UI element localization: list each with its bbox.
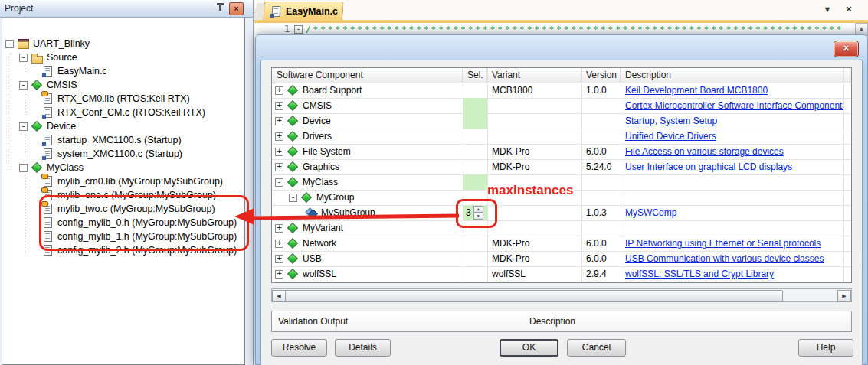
tab-easymain[interactable]: EasyMain.c	[263, 2, 344, 20]
variant-cell: MDK-Pro	[487, 144, 581, 159]
table-column-line	[843, 68, 844, 282]
column-header-sel-[interactable]: Sel.	[463, 68, 487, 83]
tree-item[interactable]: -CMSIS	[2, 78, 77, 92]
tree-item[interactable]: -Source	[2, 51, 77, 64]
tree-item[interactable]: -Device	[2, 119, 76, 133]
table-row[interactable]: MySubGroup3▲▼1.0.3MySWComp	[272, 205, 851, 221]
component-expand-toggle[interactable]: +	[275, 270, 283, 279]
tree-item[interactable]: config_mylib_2.h (MyGroup:MySubGroup)	[2, 243, 237, 257]
table-row[interactable]: -MyGroup	[272, 190, 851, 206]
description-link[interactable]: Startup, System Setup	[625, 116, 717, 126]
diamond-icon	[287, 116, 299, 126]
tree-expand-toggle[interactable]: -	[19, 81, 28, 90]
column-header-description[interactable]: Description	[621, 68, 843, 83]
tree-item[interactable]: system_XMC1100.c (Startup)	[2, 147, 182, 161]
component-expand-toggle[interactable]: +	[275, 224, 283, 233]
component-expand-toggle[interactable]: +	[275, 163, 283, 171]
spinner-down-icon[interactable]: ▼	[473, 213, 483, 220]
table-horizontal-scrollbar[interactable]: ◀ ▶	[271, 288, 852, 302]
tree-item[interactable]: startup_XMC1100.s (Startup)	[2, 133, 182, 147]
table-row[interactable]: -MyClass	[272, 174, 851, 191]
maxinstances-spinner[interactable]: ▲▼	[473, 206, 483, 220]
description-link[interactable]: wolfSSL: SSL/TLS and Crypt Library	[625, 269, 774, 279]
scroll-left-icon[interactable]: ◀	[272, 290, 286, 302]
variant-cell	[487, 190, 581, 205]
column-header-version[interactable]: Version	[581, 68, 621, 83]
file-icon	[42, 135, 54, 145]
table-row[interactable]: +GraphicsMDK-Pro5.24.0User Interface on …	[272, 159, 851, 175]
table-row[interactable]: +MyVariant	[272, 220, 851, 236]
table-row[interactable]: +CMSISCortex Microcontroller Software In…	[272, 98, 851, 114]
component-expand-toggle[interactable]: +	[275, 117, 283, 125]
details-button[interactable]: Details	[335, 339, 391, 357]
description-link[interactable]: User Interface on graphical LCD displays	[625, 161, 792, 172]
tree-item[interactable]: config_mylib_1.h (MyGroup:MySubGroup)	[2, 230, 237, 243]
component-expand-toggle[interactable]: -	[289, 194, 297, 202]
description-link[interactable]: IP Networking using Ethernet or Serial p…	[625, 238, 821, 249]
ok-button[interactable]: OK	[500, 339, 558, 357]
scrollbar-thumb[interactable]	[285, 290, 783, 302]
spinner-up-icon[interactable]: ▲	[473, 206, 483, 213]
component-expand-toggle[interactable]: +	[275, 240, 283, 248]
tree-expand-toggle[interactable]: -	[19, 122, 28, 131]
table-row[interactable]: +File SystemMDK-Pro6.0.0File Access on v…	[272, 144, 851, 160]
component-expand-toggle[interactable]: +	[275, 102, 283, 110]
tree-expand-toggle[interactable]: -	[5, 40, 14, 48]
cancel-button[interactable]: Cancel	[567, 339, 626, 357]
component-expand-toggle[interactable]: +	[275, 255, 283, 263]
help-button[interactable]: Help	[798, 339, 853, 357]
table-column-line	[581, 68, 582, 282]
tree-item[interactable]: mylib_one.c (MyGroup:MySubGroup)	[2, 188, 216, 202]
version-cell	[581, 98, 621, 113]
description-link[interactable]: Unified Device Drivers	[625, 131, 716, 142]
tree-expand-toggle[interactable]: -	[19, 54, 28, 62]
tree-item[interactable]: mylib_two.c (MyGroup:MySubGroup)	[2, 202, 215, 216]
editor-close-icon[interactable]: ×	[843, 4, 855, 15]
diamond-icon	[287, 131, 299, 142]
project-close-icon[interactable]: ×	[229, 2, 244, 15]
component-expand-toggle[interactable]: +	[275, 132, 283, 141]
table-row[interactable]: +DeviceStartup, System Setup	[272, 113, 851, 129]
description-link[interactable]: Cortex Microcontroller Software Interfac…	[625, 100, 843, 111]
resolve-button[interactable]: Resolve	[271, 339, 327, 357]
tree-expand-toggle[interactable]: -	[19, 164, 28, 172]
table-row[interactable]: +Board SupportMCB18001.0.0Keil Developme…	[272, 83, 851, 99]
sel-cell	[463, 174, 487, 190]
tree-item[interactable]: -UART_Blinky	[2, 37, 90, 51]
component-expand-toggle[interactable]: -	[275, 178, 283, 187]
component-cell: +Network	[272, 236, 463, 251]
description-link[interactable]: USB Communication with various device cl…	[625, 253, 824, 264]
component-expand-toggle[interactable]: +	[275, 86, 283, 95]
table-row[interactable]: +DriversUnified Device Drivers	[272, 129, 851, 145]
tree-item[interactable]: -MyClass	[2, 161, 84, 174]
tab-list-dropdown-icon[interactable]: ▼	[821, 4, 834, 15]
tree-item[interactable]: EasyMain.c	[2, 64, 107, 78]
sel-cell[interactable]: 3▲▼	[463, 205, 487, 220]
scroll-right-icon[interactable]: ▶	[837, 290, 851, 302]
description-cell	[621, 220, 843, 236]
tree-item[interactable]: config_mylib_0.h (MyGroup:MySubGroup)	[2, 216, 237, 230]
column-header-software-component[interactable]: Software Component	[272, 68, 463, 83]
description-link[interactable]: MySWComp	[625, 207, 676, 218]
diamond-icon	[301, 192, 313, 203]
tree-item[interactable]: RTX_Conf_CM.c (RTOS:Keil RTX)	[2, 106, 205, 119]
tree-item-label: mylib_cm0.lib (MyGroup:MySubGroup)	[54, 176, 223, 187]
column-header-variant[interactable]: Variant	[487, 68, 581, 83]
diamond-icon	[31, 121, 43, 132]
description-cell: Unified Device Drivers	[621, 129, 843, 144]
variant-cell: wolfSSL	[487, 266, 581, 282]
table-row[interactable]: +wolfSSLwolfSSL2.9.4wolfSSL: SSL/TLS and…	[272, 266, 851, 282]
table-row[interactable]: +NetworkMDK-Pro6.0.0IP Networking using …	[272, 236, 851, 252]
table-row[interactable]: +USBMDK-Pro6.0.0USB Communication with v…	[272, 251, 851, 267]
component-cell: -MyGroup	[272, 190, 463, 205]
tree-item[interactable]: RTX_CM0.lib (RTOS:Keil RTX)	[2, 92, 190, 106]
diamond-icon	[287, 146, 299, 157]
description-link[interactable]: Keil Development Board MCB1800	[625, 85, 768, 96]
component-cell: -MyClass	[272, 174, 463, 190]
tree-item[interactable]: mylib_cm0.lib (MyGroup:MySubGroup)	[2, 174, 223, 188]
pin-icon[interactable]	[214, 2, 227, 14]
component-expand-toggle[interactable]: +	[275, 148, 283, 156]
description-link[interactable]: File Access on various storage devices	[625, 146, 784, 157]
dialog-close-button[interactable]: ×	[834, 41, 859, 57]
code-fold-toggle[interactable]: -	[294, 25, 303, 34]
